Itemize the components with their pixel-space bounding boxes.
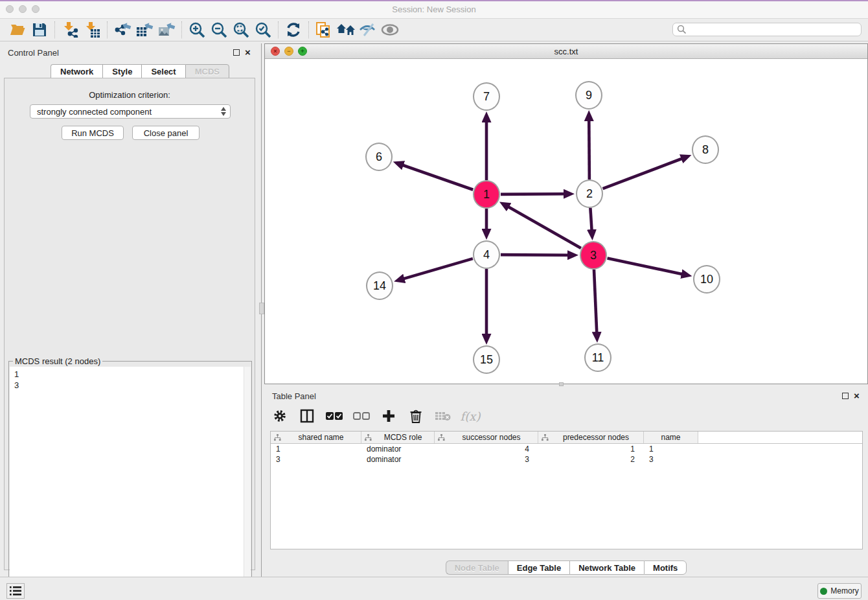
search-box[interactable] bbox=[672, 23, 862, 36]
pane-resize-handle[interactable] bbox=[559, 382, 564, 386]
graph-node-9[interactable]: 9 bbox=[575, 81, 602, 110]
table-cell: 1 bbox=[644, 444, 698, 454]
graph-node-4[interactable]: 4 bbox=[473, 240, 500, 269]
apply-layout-icon[interactable] bbox=[282, 20, 304, 40]
close-panel-button[interactable]: Close panel bbox=[132, 126, 200, 140]
edge-3-1 bbox=[508, 207, 581, 248]
control-panel: Control Panel × Network Style Select MCD… bbox=[0, 43, 259, 575]
graph-node-7[interactable]: 7 bbox=[473, 82, 500, 111]
tab-node-table[interactable]: Node Table bbox=[446, 560, 508, 575]
result-scrollbar[interactable] bbox=[244, 367, 251, 600]
table-cell: 4 bbox=[435, 444, 538, 454]
mcds-result-text[interactable]: 1 3 bbox=[10, 367, 251, 600]
tab-network[interactable]: Network bbox=[51, 64, 102, 78]
table-row[interactable]: 3dominator323 bbox=[271, 454, 862, 465]
export-table-icon[interactable] bbox=[133, 20, 155, 40]
graph-node-2[interactable]: 2 bbox=[576, 179, 603, 208]
graph-node-1[interactable]: 1 bbox=[473, 180, 500, 209]
delete-column-icon[interactable] bbox=[407, 406, 425, 426]
table-settings-gear-icon[interactable] bbox=[271, 406, 289, 426]
show-graphics-details-icon bbox=[379, 20, 401, 40]
hide-graphics-details-icon[interactable] bbox=[357, 20, 379, 40]
network-canvas[interactable]: 7968124314101511 bbox=[265, 59, 867, 384]
column-header-predecessor-nodes[interactable]: predecessor nodes bbox=[538, 432, 644, 443]
edge-3-11 bbox=[594, 270, 597, 333]
graph-node-3[interactable]: 3 bbox=[580, 241, 607, 270]
vertical-splitter[interactable] bbox=[259, 43, 264, 577]
node-table[interactable]: shared nameMCDS rolesuccessor nodesprede… bbox=[270, 431, 863, 549]
graph-node-8[interactable]: 8 bbox=[692, 135, 719, 164]
open-session-icon[interactable] bbox=[6, 20, 29, 40]
memory-button[interactable]: Memory bbox=[817, 583, 862, 599]
float-table-panel-icon[interactable] bbox=[842, 393, 849, 399]
graph-node-14[interactable]: 14 bbox=[366, 271, 393, 300]
duplicate-network-icon[interactable] bbox=[313, 20, 335, 40]
column-header-shared-name[interactable]: shared name bbox=[271, 432, 361, 443]
function-builder-icon: f(x) bbox=[461, 406, 479, 426]
table-row[interactable]: 1dominator411 bbox=[271, 444, 862, 454]
column-header-MCDS-role[interactable]: MCDS role bbox=[361, 432, 435, 443]
edge-3-10 bbox=[608, 259, 683, 275]
column-header-successor-nodes[interactable]: successor nodes bbox=[435, 432, 538, 443]
task-history-button[interactable] bbox=[6, 583, 25, 599]
mcds-result-group: MCDS result (2 nodes) 1 3 bbox=[8, 361, 252, 600]
export-network-icon[interactable] bbox=[111, 20, 133, 40]
mcds-panel-body: Optimization criterion: strongly connect… bbox=[4, 78, 255, 570]
tab-network-table[interactable]: Network Table bbox=[569, 560, 644, 575]
export-image-icon[interactable] bbox=[155, 20, 177, 40]
home-networks-icon[interactable] bbox=[335, 20, 357, 40]
tab-mcds[interactable]: MCDS bbox=[185, 64, 229, 78]
table-header-row: shared nameMCDS rolesuccessor nodesprede… bbox=[271, 432, 862, 444]
zoom-out-icon[interactable] bbox=[208, 20, 230, 40]
graph-node-15[interactable]: 15 bbox=[473, 345, 500, 374]
select-all-columns-icon[interactable] bbox=[325, 406, 343, 426]
toolbar-separator bbox=[308, 21, 309, 38]
criterion-select[interactable]: strongly connected component bbox=[30, 104, 231, 119]
toolbar-separator bbox=[54, 21, 55, 38]
toolbar-separator bbox=[107, 21, 108, 38]
graph-node-11[interactable]: 11 bbox=[584, 343, 611, 372]
zoom-in-icon[interactable] bbox=[186, 20, 208, 40]
run-mcds-button[interactable]: Run MCDS bbox=[62, 126, 124, 140]
select-stepper-icon bbox=[221, 107, 226, 116]
edge-2-8 bbox=[603, 158, 683, 189]
table-cell: 1 bbox=[271, 444, 361, 454]
column-header-name[interactable]: name bbox=[644, 432, 698, 443]
toolbar-separator bbox=[278, 21, 279, 38]
zoom-fit-icon[interactable] bbox=[230, 20, 252, 40]
edge-2-3 bbox=[590, 208, 591, 231]
import-network-icon[interactable] bbox=[59, 20, 81, 40]
mcds-result-title: MCDS result (2 nodes) bbox=[13, 356, 102, 366]
app-titlebar: Session: New Session bbox=[0, 1, 868, 19]
deselect-all-columns-icon[interactable] bbox=[352, 406, 371, 426]
save-session-icon[interactable] bbox=[29, 20, 51, 40]
table-cell: 2 bbox=[538, 455, 644, 464]
column-view-icon[interactable] bbox=[298, 406, 316, 426]
edge-1-2 bbox=[501, 194, 565, 194]
close-table-panel-icon[interactable]: × bbox=[854, 390, 860, 401]
tab-edge-table[interactable]: Edge Table bbox=[508, 560, 569, 575]
close-panel-icon[interactable]: × bbox=[245, 47, 251, 58]
status-bar: Memory bbox=[0, 577, 868, 600]
edge-2-9 bbox=[589, 120, 589, 179]
float-panel-icon[interactable] bbox=[233, 49, 240, 56]
tab-motifs[interactable]: Motifs bbox=[644, 560, 687, 575]
delete-table-icon bbox=[434, 406, 452, 426]
splitter-grip[interactable] bbox=[259, 303, 264, 314]
zoom-selected-icon[interactable] bbox=[252, 20, 274, 40]
table-tabs: Node Table Edge Table Network Table Moti… bbox=[264, 560, 868, 575]
table-toolbar: f(x) bbox=[271, 404, 479, 428]
tab-style[interactable]: Style bbox=[102, 64, 141, 78]
table-cell: 3 bbox=[644, 455, 698, 464]
search-icon bbox=[677, 25, 687, 34]
graph-node-6[interactable]: 6 bbox=[365, 143, 393, 171]
tab-select[interactable]: Select bbox=[141, 64, 185, 78]
memory-status-icon bbox=[820, 588, 827, 595]
add-column-icon[interactable] bbox=[380, 406, 398, 426]
control-panel-tabs: Network Style Select MCDS bbox=[51, 64, 229, 78]
session-title: Session: New Session bbox=[0, 5, 868, 14]
network-window-titlebar[interactable]: × − + scc.txt bbox=[265, 44, 867, 59]
import-table-icon[interactable] bbox=[81, 20, 103, 40]
search-input[interactable] bbox=[687, 25, 861, 34]
graph-node-10[interactable]: 10 bbox=[693, 265, 720, 294]
